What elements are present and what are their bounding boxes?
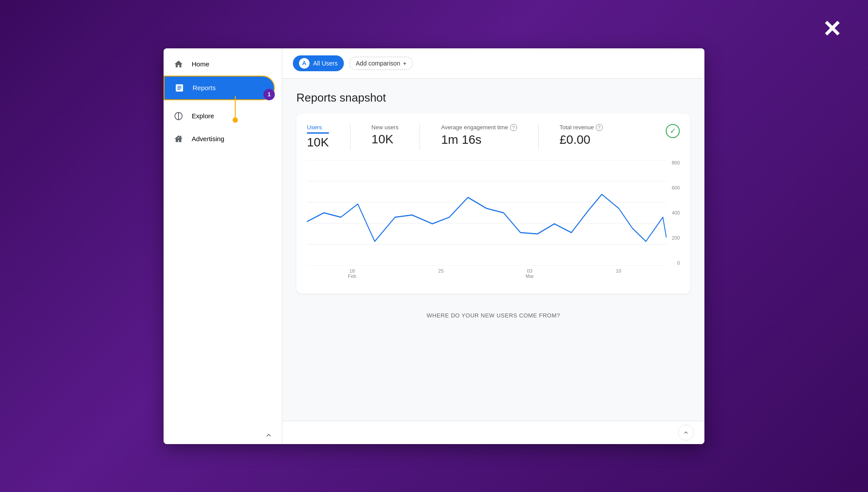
all-users-chip[interactable]: A All Users: [293, 55, 344, 71]
verify-icon: ✓: [666, 124, 680, 138]
add-icon: +: [403, 60, 406, 67]
sidebar-advertising-label: Advertising: [192, 135, 224, 142]
connector-line: [235, 96, 236, 118]
chart-area: [307, 160, 680, 266]
main-collapse-button[interactable]: [678, 425, 694, 441]
metric-revenue-value: £0.00: [560, 133, 603, 147]
metric-revenue-label: Total revenue ?: [560, 124, 603, 131]
sidebar-item-reports[interactable]: Reports 1: [164, 76, 275, 100]
close-button[interactable]: ✕: [822, 18, 842, 40]
revenue-help-icon[interactable]: ?: [596, 124, 603, 131]
y-label-400: 400: [664, 210, 680, 215]
metric-new-users: New users 10K: [372, 124, 398, 146]
metric-separator-2: [419, 124, 420, 149]
add-comparison-button[interactable]: Add comparison +: [349, 57, 413, 70]
connector-dot: [233, 117, 238, 123]
chart-svg: [307, 160, 680, 266]
metric-users: Users 10K: [307, 124, 329, 149]
app-window: Home Reports 1 Explore: [164, 48, 704, 444]
sidebar: Home Reports 1 Explore: [164, 48, 282, 444]
y-label-0: 0: [664, 260, 680, 266]
metric-new-users-value: 10K: [372, 132, 398, 146]
snapshot-card: Users 10K New users 10K: [296, 113, 690, 294]
metric-users-label: Users: [307, 124, 329, 134]
chart-y-labels: 800 600 400 200 0: [664, 160, 680, 266]
engagement-help-icon[interactable]: ?: [510, 124, 517, 131]
metrics-row: Users 10K New users 10K: [307, 124, 680, 149]
where-from-section: WHERE DO YOUR NEW USERS COME FROM?: [296, 304, 690, 319]
sidebar-reports-label: Reports: [193, 84, 216, 91]
metric-engagement: Average engagement time ? 1m 16s: [441, 124, 517, 147]
top-bar: A All Users Add comparison +: [282, 48, 704, 79]
collapse-row: [282, 421, 704, 444]
reports-icon: [173, 82, 186, 94]
sidebar-collapse-button[interactable]: [164, 426, 282, 444]
metric-revenue: Total revenue ? £0.00: [560, 124, 603, 147]
metric-engagement-value: 1m 16s: [441, 133, 517, 147]
chart-x-labels: 18 Feb 25 03 Mar 10: [307, 268, 680, 279]
sidebar-item-advertising[interactable]: Advertising: [164, 128, 275, 150]
sidebar-explore-label: Explore: [192, 112, 214, 120]
explore-icon: [172, 110, 185, 122]
y-label-600: 600: [664, 185, 680, 190]
page-title: Reports snapshot: [296, 91, 690, 105]
sidebar-item-home[interactable]: Home: [164, 53, 275, 76]
user-chip-avatar: A: [299, 58, 310, 69]
add-comparison-label: Add comparison: [356, 60, 400, 67]
sidebar-home-label: Home: [192, 60, 209, 68]
metric-new-users-label: New users: [372, 124, 398, 131]
sidebar-item-explore[interactable]: Explore: [164, 105, 275, 128]
metric-verify: ✓: [666, 124, 680, 138]
metric-users-value: 10K: [307, 135, 329, 149]
content-area: Reports snapshot Users 10K: [282, 79, 704, 421]
metric-engagement-label: Average engagement time ?: [441, 124, 517, 131]
y-label-800: 800: [664, 160, 680, 165]
x-label-10: 10: [616, 268, 621, 279]
metric-separator-1: [350, 124, 350, 149]
all-users-label: All Users: [313, 60, 338, 67]
x-label-18-feb: 18 Feb: [348, 268, 356, 279]
advertising-icon: [172, 133, 185, 145]
home-icon: [172, 58, 185, 70]
metric-separator-3: [538, 124, 539, 149]
reports-badge: 1: [263, 89, 275, 100]
x-label-03-mar: 03 Mar: [525, 268, 534, 279]
where-from-label: WHERE DO YOUR NEW USERS COME FROM?: [427, 312, 560, 319]
main-content: A All Users Add comparison + Reports sna…: [282, 48, 704, 444]
chart-container: 800 600 400 200 0 18 Feb 25: [307, 160, 680, 283]
x-label-25: 25: [438, 268, 444, 279]
y-label-200: 200: [664, 235, 680, 241]
